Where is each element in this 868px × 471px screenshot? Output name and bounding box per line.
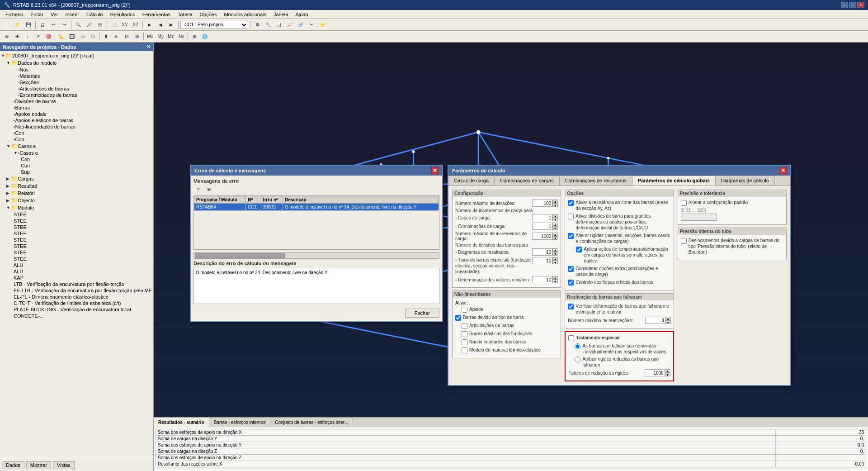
det-down[interactable]: ▼: [552, 280, 558, 283]
diag-up[interactable]: ▲: [552, 248, 558, 252]
tree-apoios-nodais[interactable]: • Apoios nodais: [1, 111, 152, 117]
t2-btn2[interactable]: ✚: [12, 32, 22, 41]
view-3d[interactable]: ⬜: [109, 20, 119, 29]
tools-6[interactable]: ✂: [307, 20, 316, 29]
zoom-out[interactable]: 🔎: [84, 20, 94, 29]
tree-stee5[interactable]: STEE: [1, 237, 152, 243]
tree-sup[interactable]: Sup: [1, 169, 152, 175]
tab-diagramas[interactable]: Diagramas de cálculo: [716, 176, 775, 186]
iter-up[interactable]: ▲: [552, 200, 558, 203]
menu-opcoes[interactable]: Opções: [196, 11, 220, 18]
horizontal-scrollbar[interactable]: [193, 252, 439, 259]
tree-casos-sub[interactable]: ▼ • Casos e: [1, 150, 152, 156]
navigator-close-icon[interactable]: ✕: [146, 44, 151, 50]
prev-btn[interactable]: ◀: [156, 20, 165, 29]
tab-casos-carga[interactable]: Casos de carga: [448, 176, 495, 186]
precision-input[interactable]: [681, 214, 717, 221]
check-nao-lin[interactable]: [462, 339, 467, 345]
t2-btn1[interactable]: ⊕: [2, 32, 12, 41]
check-pressao[interactable]: [681, 238, 687, 244]
expand-casos[interactable]: ▼: [6, 144, 11, 148]
input-tipos[interactable]: [532, 257, 552, 264]
zoom-in[interactable]: 🔍: [73, 20, 83, 29]
calc-dialog-close[interactable]: ✕: [779, 167, 787, 174]
t2-expand[interactable]: ⊞: [189, 32, 199, 41]
menu-modulos[interactable]: Módulos adicionais: [220, 11, 270, 18]
menu-calculo[interactable]: Cálculo: [83, 11, 107, 18]
menu-ficheiro[interactable]: Ficheiro: [2, 11, 27, 18]
tree-modulos[interactable]: ▼ 📁 Módulo: [1, 204, 152, 211]
comb-up[interactable]: ▲: [552, 223, 558, 226]
menu-tabela[interactable]: Tabela: [174, 11, 196, 18]
tools-4[interactable]: 📈: [285, 20, 295, 29]
comb-down[interactable]: ▼: [552, 226, 558, 230]
tree-casos[interactable]: ▼ 📁 Casos e: [1, 143, 152, 150]
vistas-btn[interactable]: Vistas: [53, 461, 75, 469]
tree-alu2[interactable]: ALU: [1, 268, 152, 275]
tab-comb-cargas[interactable]: Combinações de cargas: [495, 176, 560, 186]
input-max-iter[interactable]: [532, 200, 552, 207]
spinbox-diag[interactable]: ▲ ▼: [532, 248, 558, 256]
tree-relatorios[interactable]: ▶ 📁 Relatóri: [1, 190, 152, 197]
t2-btn13[interactable]: ⊞: [132, 32, 142, 41]
more-tools[interactable]: ⚙: [252, 20, 262, 29]
incr-down[interactable]: ▼: [552, 236, 558, 240]
tree-feltb[interactable]: FE-LTB - Verificação da encurvatura por …: [1, 287, 152, 294]
tree-con3[interactable]: Con: [1, 156, 152, 162]
radio-remover-input[interactable]: [575, 343, 580, 349]
dados-btn[interactable]: Dados: [2, 461, 24, 469]
view-xz[interactable]: XZ: [131, 20, 141, 29]
check-barras-el[interactable]: [462, 331, 467, 337]
check-rigidez[interactable]: [568, 233, 574, 239]
tree-con2[interactable]: • Con: [1, 136, 152, 143]
spinbox-tipos[interactable]: ▲ ▼: [532, 257, 558, 264]
tree-dados-modelo[interactable]: ▼ 📁 Dados do modelo: [1, 59, 152, 67]
menu-ver[interactable]: Ver: [47, 11, 62, 18]
tipos-down[interactable]: ▼: [552, 261, 558, 264]
view-xy[interactable]: XY: [120, 20, 130, 29]
tab-parametros-globais[interactable]: Parâmetros de cálculo globais: [632, 176, 716, 186]
menu-editar[interactable]: Editar: [27, 11, 47, 18]
menu-janela[interactable]: Janela: [270, 11, 292, 18]
tools-3[interactable]: 📊: [274, 20, 284, 29]
tree-con1[interactable]: • Con: [1, 130, 152, 136]
t2-btn12[interactable]: ⊡: [122, 32, 132, 41]
tree-divisoes[interactable]: • Divisões de barras: [1, 98, 152, 105]
check-temperatura[interactable]: [576, 247, 582, 252]
expand-relat[interactable]: ▶: [6, 191, 11, 195]
tree-alu1[interactable]: ALU: [1, 262, 152, 268]
spinbox-max-iter[interactable]: ▲ ▼: [532, 200, 558, 207]
check-divisoes[interactable]: [568, 214, 574, 219]
zoom-all[interactable]: ⊞: [95, 20, 105, 29]
undo-button[interactable]: ↩: [48, 20, 58, 29]
tree-root-expand[interactable]: ▼: [1, 53, 5, 58]
tab-barras-esforcos[interactable]: Barras - esforços internos: [209, 418, 271, 427]
expand-mod[interactable]: ▼: [6, 205, 11, 210]
check-articulacoes[interactable]: [462, 323, 467, 329]
t2-btn9[interactable]: ⬡: [88, 32, 98, 41]
spinbox-reativacoes[interactable]: ▲ ▼: [645, 317, 671, 324]
tree-kap[interactable]: KAP: [1, 275, 152, 281]
run-calc[interactable]: ▶: [145, 20, 155, 29]
tree-concrete[interactable]: CONCETE-...: [1, 313, 152, 319]
tree-seccoes[interactable]: • Secções: [1, 79, 152, 86]
tree-materiais[interactable]: • Materiais: [1, 73, 152, 79]
tree-stee7[interactable]: STEE: [1, 249, 152, 256]
menu-resultados[interactable]: Resultados: [107, 11, 139, 18]
input-diag[interactable]: [532, 248, 552, 256]
diag-down[interactable]: ▼: [552, 252, 558, 256]
tree-barras[interactable]: • Barras: [1, 105, 152, 111]
redo-button[interactable]: ↪: [59, 20, 69, 29]
check-apoios[interactable]: [462, 307, 467, 313]
spinbox-max-incr[interactable]: ▲ ▼: [532, 233, 558, 240]
tree-con4[interactable]: Con: [1, 162, 152, 169]
next-btn[interactable]: ▶: [166, 20, 176, 29]
new-button[interactable]: 📄: [2, 20, 12, 29]
load-case-combo[interactable]: CC1 - Peso próprio: [180, 21, 248, 29]
t2-btn11[interactable]: ≡: [111, 32, 121, 41]
tree-stee4[interactable]: STEE: [1, 230, 152, 237]
tree-stee1[interactable]: STEE: [1, 211, 152, 218]
tree-resultados[interactable]: ▶ 📁 Resultad: [1, 182, 152, 190]
spinbox-comb[interactable]: ▲ ▼: [532, 223, 558, 230]
scrollbar-thumb[interactable]: [195, 253, 285, 258]
